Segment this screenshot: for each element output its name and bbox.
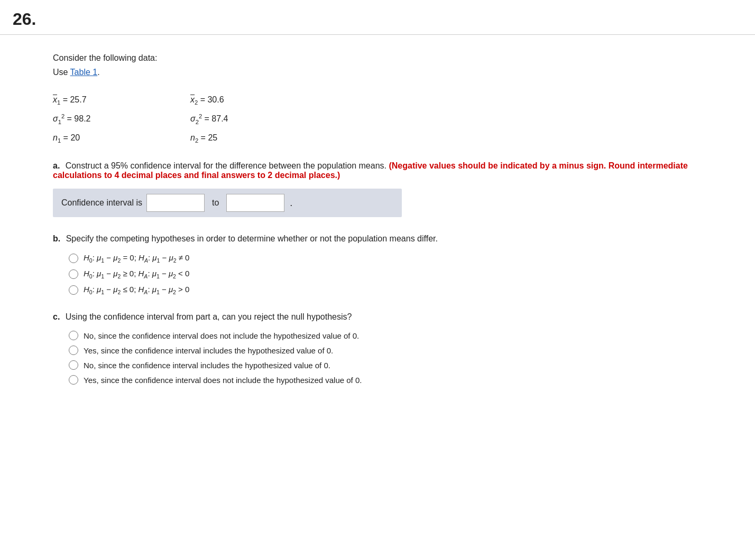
intro-period: . bbox=[97, 68, 99, 77]
part-c-option-2-text: Yes, since the confidence interval inclu… bbox=[84, 346, 333, 355]
sigma2-value: σ22 = 87.4 bbox=[190, 111, 307, 128]
part-c-radio-2[interactable] bbox=[69, 346, 78, 355]
part-b-radio-3[interactable] bbox=[69, 285, 78, 295]
confidence-label: Confidence interval is bbox=[61, 198, 142, 208]
intro-use-text: Use bbox=[53, 68, 70, 77]
part-c-radio-3[interactable] bbox=[69, 360, 78, 370]
intro-block: Consider the following data: Use Table 1… bbox=[53, 51, 702, 79]
data-block: x1 = 25.7 x2 = 30.6 σ12 = 98.2 σ22 = 87.… bbox=[53, 92, 702, 146]
part-a: a. Construct a 95% confidence interval f… bbox=[53, 161, 702, 217]
part-b-option-3-text: H0: μ1 − μ2 ≤ 0; HA: μ1 − μ2 > 0 bbox=[84, 285, 189, 295]
part-b-text: Specify the competing hypotheses in orde… bbox=[66, 234, 438, 243]
part-c-radio-4[interactable] bbox=[69, 375, 78, 385]
confidence-to-label: to bbox=[209, 198, 222, 208]
intro-line1: Consider the following data: bbox=[53, 51, 702, 65]
part-b-radio-1[interactable] bbox=[69, 254, 78, 263]
table1-link[interactable]: Table 1 bbox=[70, 68, 98, 77]
part-c-option-4-text: Yes, since the confidence interval does … bbox=[84, 376, 362, 385]
confidence-dot: . bbox=[290, 198, 292, 209]
part-c: c. Using the confidence interval from pa… bbox=[53, 310, 702, 385]
x1-value: x1 = 25.7 bbox=[53, 92, 169, 108]
sigma1-value: σ12 = 98.2 bbox=[53, 111, 169, 128]
part-c-option-3[interactable]: No, since the confidence interval includ… bbox=[69, 360, 702, 370]
part-c-option-1-text: No, since the confidence interval does n… bbox=[84, 331, 359, 340]
part-b-option-3[interactable]: H0: μ1 − μ2 ≤ 0; HA: μ1 − μ2 > 0 bbox=[69, 285, 702, 295]
part-c-option-2[interactable]: Yes, since the confidence interval inclu… bbox=[69, 346, 702, 355]
part-c-label: c. bbox=[53, 312, 60, 321]
part-c-option-1[interactable]: No, since the confidence interval does n… bbox=[69, 331, 702, 340]
part-b-option-1[interactable]: H0: μ1 − μ2 = 0; HA: μ1 − μ2 ≠ 0 bbox=[69, 253, 702, 264]
part-b-options: H0: μ1 − μ2 = 0; HA: μ1 − μ2 ≠ 0 H0: μ1 … bbox=[69, 253, 702, 295]
confidence-interval-row: Confidence interval is to . bbox=[53, 189, 402, 217]
part-b-radio-2[interactable] bbox=[69, 269, 78, 279]
n1-value: n1 = 20 bbox=[53, 130, 169, 146]
part-b-label: b. bbox=[53, 234, 60, 243]
part-a-label: a. bbox=[53, 161, 60, 170]
question-number: 26. bbox=[0, 0, 755, 35]
part-b-option-2[interactable]: H0: μ1 − μ2 ≥ 0; HA: μ1 − μ2 < 0 bbox=[69, 269, 702, 279]
part-c-option-4[interactable]: Yes, since the confidence interval does … bbox=[69, 375, 702, 385]
x2-value: x2 = 30.6 bbox=[190, 92, 307, 108]
part-c-options: No, since the confidence interval does n… bbox=[69, 331, 702, 385]
n2-value: n2 = 25 bbox=[190, 130, 307, 146]
part-b: b. Specify the competing hypotheses in o… bbox=[53, 232, 702, 295]
confidence-input-to[interactable] bbox=[226, 194, 284, 212]
part-c-text: Using the confidence interval from part … bbox=[66, 312, 352, 321]
part-b-option-1-text: H0: μ1 − μ2 = 0; HA: μ1 − μ2 ≠ 0 bbox=[84, 253, 189, 264]
intro-line2: Use Table 1. bbox=[53, 65, 702, 79]
part-c-radio-1[interactable] bbox=[69, 331, 78, 340]
confidence-input-from[interactable] bbox=[146, 194, 205, 212]
part-a-text: Construct a 95% confidence interval for … bbox=[66, 161, 386, 170]
part-c-option-3-text: No, since the confidence interval includ… bbox=[84, 361, 330, 370]
part-b-option-2-text: H0: μ1 − μ2 ≥ 0; HA: μ1 − μ2 < 0 bbox=[84, 269, 189, 279]
